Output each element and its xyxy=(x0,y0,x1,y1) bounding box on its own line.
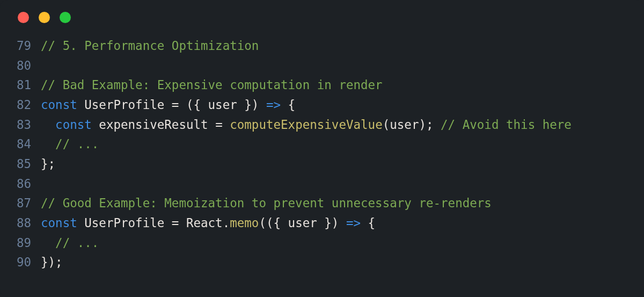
code-line: 80 xyxy=(9,56,644,76)
line-number: 82 xyxy=(9,95,31,115)
code-line: 89 // ... xyxy=(9,233,644,253)
code-line: 85}; xyxy=(9,154,644,174)
line-number: 87 xyxy=(9,193,31,213)
code-line: 83 const expensiveResult = computeExpens… xyxy=(9,115,644,135)
window-controls xyxy=(0,12,644,36)
line-number: 83 xyxy=(9,115,31,135)
code-line: 82const UserProfile = ({ user }) => { xyxy=(9,95,644,115)
code-content: // Good Example: Memoization to prevent … xyxy=(31,193,492,213)
line-number: 81 xyxy=(9,75,31,95)
code-content: const UserProfile = ({ user }) => { xyxy=(31,95,295,115)
code-line: 90}); xyxy=(9,252,644,272)
code-line: 79// 5. Performance Optimization xyxy=(9,36,644,56)
zoom-icon[interactable] xyxy=(60,12,71,23)
line-number: 86 xyxy=(9,174,31,194)
close-icon[interactable] xyxy=(18,12,29,23)
code-content: // ... xyxy=(31,134,99,154)
line-number: 88 xyxy=(9,213,31,233)
minimize-icon[interactable] xyxy=(39,12,50,23)
code-content: }); xyxy=(31,252,63,272)
line-number: 90 xyxy=(9,252,31,272)
code-line: 88const UserProfile = React.memo(({ user… xyxy=(9,213,644,233)
code-content: // ... xyxy=(31,233,99,253)
code-line: 87// Good Example: Memoization to preven… xyxy=(9,193,644,213)
line-number: 80 xyxy=(9,56,31,76)
code-line: 84 // ... xyxy=(9,134,644,154)
line-number: 79 xyxy=(9,36,31,56)
line-number: 89 xyxy=(9,233,31,253)
code-line: 86 xyxy=(9,174,644,194)
code-content: // 5. Performance Optimization xyxy=(31,36,259,56)
code-content: const expensiveResult = computeExpensive… xyxy=(31,115,572,135)
code-content xyxy=(31,56,48,76)
code-content: }; xyxy=(31,154,55,174)
editor-window: 79// 5. Performance Optimization80 81// … xyxy=(0,0,644,297)
code-content: const UserProfile = React.memo(({ user }… xyxy=(31,213,375,233)
code-line: 81// Bad Example: Expensive computation … xyxy=(9,75,644,95)
line-number: 85 xyxy=(9,154,31,174)
code-area[interactable]: 79// 5. Performance Optimization80 81// … xyxy=(0,36,644,272)
line-number: 84 xyxy=(9,134,31,154)
code-content: // Bad Example: Expensive computation in… xyxy=(31,75,383,95)
code-content xyxy=(31,174,48,194)
